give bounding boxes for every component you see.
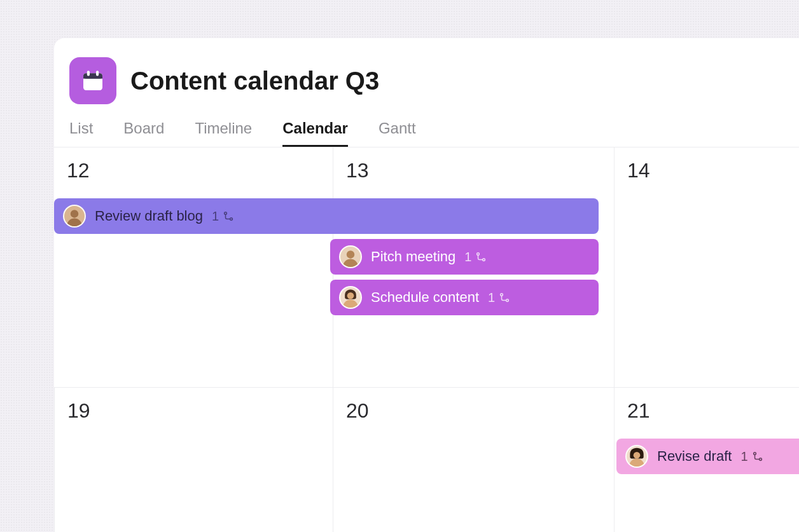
svg-point-9 [347, 250, 354, 258]
svg-point-14 [343, 300, 358, 308]
event-revise-draft[interactable]: Revise draft 1 [616, 439, 799, 474]
page-title: Content calendar Q3 [130, 67, 379, 95]
calendar-panel: Content calendar Q3 List Board Timeline … [54, 38, 799, 532]
calendar-app-icon [69, 57, 116, 104]
header: Content calendar Q3 [54, 38, 799, 104]
svg-point-6 [67, 219, 81, 226]
svg-point-19 [753, 453, 756, 455]
subtask-icon [752, 451, 763, 462]
view-tabs: List Board Timeline Calendar Gantt [54, 104, 799, 147]
event-review-draft-blog[interactable]: Review draft blog 1 [54, 198, 599, 234]
svg-point-5 [71, 210, 78, 217]
avatar [625, 445, 648, 468]
subtask-icon [499, 292, 510, 303]
tab-timeline[interactable]: Timeline [195, 119, 252, 147]
event-title: Revise draft [657, 448, 732, 465]
svg-point-20 [759, 458, 761, 461]
svg-rect-3 [87, 71, 90, 76]
svg-point-18 [629, 459, 644, 467]
subtask-icon [223, 210, 234, 222]
calendar-cell[interactable]: 12 [54, 147, 333, 388]
svg-point-10 [343, 259, 358, 267]
tab-gantt[interactable]: Gantt [379, 119, 416, 147]
event-schedule-content[interactable]: Schedule content 1 [330, 280, 599, 315]
svg-point-8 [230, 218, 233, 221]
day-number: 20 [346, 399, 601, 423]
event-title: Pitch meeting [371, 249, 455, 265]
day-number: 13 [346, 159, 601, 182]
svg-rect-4 [96, 71, 99, 76]
tab-calendar[interactable]: Calendar [282, 119, 348, 147]
svg-point-13 [347, 292, 354, 299]
day-number: 12 [67, 159, 320, 182]
subtask-count: 1 [464, 250, 487, 264]
svg-point-17 [634, 452, 641, 459]
svg-rect-2 [83, 76, 102, 78]
event-title: Schedule content [371, 289, 479, 306]
calendar-grid: 12 13 14 19 20 21 Review draft blog 1 [54, 147, 799, 514]
day-number: 19 [67, 399, 320, 423]
calendar-cell[interactable]: 14 [614, 147, 799, 388]
event-title: Review draft blog [95, 208, 203, 224]
calendar-cell[interactable]: 20 [333, 388, 614, 532]
event-pitch-meeting[interactable]: Pitch meeting 1 [330, 239, 599, 275]
avatar [339, 245, 362, 268]
svg-point-11 [477, 253, 480, 256]
svg-point-15 [501, 294, 503, 296]
subtask-count: 1 [740, 449, 763, 464]
svg-point-12 [483, 259, 485, 261]
subtask-icon [475, 251, 487, 263]
avatar [339, 286, 362, 309]
calendar-cell[interactable]: 19 [54, 388, 333, 532]
tab-board[interactable]: Board [123, 119, 164, 147]
avatar [63, 205, 86, 228]
svg-point-16 [506, 299, 509, 302]
day-number: 14 [627, 159, 799, 182]
tab-list[interactable]: List [69, 119, 93, 147]
subtask-count: 1 [212, 209, 234, 224]
svg-point-7 [225, 212, 227, 215]
subtask-count: 1 [488, 290, 510, 305]
day-number: 21 [627, 399, 799, 423]
